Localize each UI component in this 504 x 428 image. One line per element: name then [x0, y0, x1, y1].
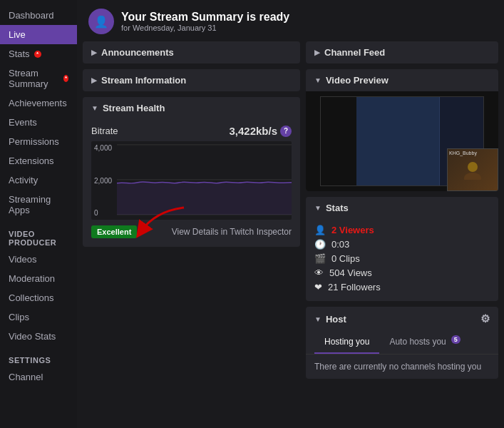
stats-header[interactable]: ▼ Stats [306, 197, 498, 219]
stream-health-body: Bitrate 3,422kb/s ? 4,000 2,000 0 [83, 119, 300, 247]
announcements-header[interactable]: ▶ Announcements [83, 41, 300, 63]
stream-information-label: Stream Information [101, 75, 186, 86]
stream-health-card: ▼ Stream Health Bitrate 3,422kb/s ? [83, 97, 300, 247]
sidebar-item-streaming-apps[interactable]: Streaming Apps [0, 190, 77, 220]
sidebar-item-label: Dashboard [9, 10, 54, 21]
sidebar-item-channel[interactable]: Channel [0, 367, 77, 387]
tab-hosting-you-label: Hosting you [324, 337, 369, 347]
sidebar-item-extensions[interactable]: Extensions [0, 151, 77, 170]
sidebar-item-label: Activity [9, 175, 38, 185]
stat-row-clips: 🎬 0 Clips [314, 253, 490, 264]
chevron-down-icon: ▼ [314, 204, 322, 212]
sidebar-item-permissions[interactable]: Permissions [0, 132, 77, 151]
host-tabs: Hosting you Auto hosts you 5 [306, 331, 498, 355]
chart-y-labels: 4,000 2,000 0 [91, 141, 112, 220]
video-preview-body: KHG_Bubby [306, 91, 498, 191]
sidebar-item-live[interactable]: Live [0, 25, 77, 44]
bitrate-row: Bitrate 3,422kb/s ? [91, 125, 292, 137]
stream-information-card: ▶ Stream Information [83, 69, 300, 91]
info-icon[interactable]: ? [280, 126, 292, 137]
stream-health-label: Stream Health [103, 103, 165, 113]
stats-badge: * [34, 51, 41, 58]
header-subtitle: for Wednesday, January 31 [121, 24, 289, 32]
auto-hosts-count-badge: 5 [451, 335, 461, 344]
host-label: Host [326, 314, 346, 325]
stat-row-followers: ❤ 21 Followers [314, 282, 490, 292]
y-label-mid: 2,000 [91, 177, 112, 185]
stream-summary-badge: * [63, 75, 68, 82]
video-preview-card: ▼ Video Preview [306, 69, 498, 191]
sidebar-item-moderation[interactable]: Moderation [0, 269, 77, 288]
sidebar-item-label: Extensions [9, 156, 54, 166]
avatar: 👤 [88, 9, 114, 34]
stats-label: Stats [326, 203, 349, 213]
host-header[interactable]: ▼ Host ⚙ [306, 307, 498, 331]
followers-value: 21 Followers [328, 282, 381, 292]
sidebar-item-videos[interactable]: Videos [0, 250, 77, 269]
avatar-initial: 👤 [94, 15, 108, 29]
sidebar-item-achievements[interactable]: Achievements [0, 93, 77, 113]
sidebar-item-events[interactable]: Events [0, 113, 77, 132]
sidebar-item-label: Stream Summary [9, 68, 59, 89]
chevron-right-icon: ▶ [314, 49, 320, 56]
y-label-bot: 0 [91, 209, 112, 217]
sidebar-item-stats[interactable]: Stats * [0, 44, 77, 63]
viewers-value: 2 Viewers [331, 225, 374, 235]
sidebar-item-label: Streaming Apps [9, 194, 68, 215]
chart-footer: Excellent View Details in Twitch Inspect… [91, 225, 292, 238]
sidebar: Dashboard Live Stats * Stream Summary * … [0, 0, 77, 428]
stat-row-time: 🕐 0:03 [314, 239, 490, 250]
tab-auto-hosts[interactable]: Auto hosts you 5 [379, 331, 461, 354]
no-channels-message: There are currently no channels hosting … [314, 362, 481, 372]
right-column: ▶ Channel Feed ▼ Video Preview [306, 41, 498, 379]
chevron-right-icon: ▶ [91, 49, 97, 56]
stat-row-viewers: 👤 2 Viewers [314, 225, 490, 235]
video-preview-header[interactable]: ▼ Video Preview [306, 69, 498, 91]
gear-icon[interactable]: ⚙ [480, 312, 490, 325]
sidebar-item-clips[interactable]: Clips [0, 307, 77, 327]
sidebar-section-video-producer: Video Producer [0, 220, 77, 250]
main-content: 👤 Your Stream Summary is ready for Wedne… [77, 0, 504, 428]
header-text: Your Stream Summary is ready for Wednesd… [121, 11, 289, 32]
sidebar-item-label: Clips [9, 312, 29, 322]
sidebar-item-label: Moderation [9, 273, 55, 284]
svg-point-5 [464, 173, 481, 180]
video-preview-label: Video Preview [326, 75, 389, 86]
page-header: 👤 Your Stream Summary is ready for Wedne… [77, 0, 504, 41]
channel-feed-label: Channel Feed [324, 47, 385, 58]
chevron-down-icon: ▼ [314, 315, 322, 323]
tab-auto-hosts-label: Auto hosts you [389, 337, 446, 347]
streamer-name: KHG_Bubby [449, 151, 477, 156]
channel-feed-header[interactable]: ▶ Channel Feed [306, 41, 498, 63]
sidebar-item-label: Videos [9, 254, 37, 265]
stat-row-views: 👁 504 Views [314, 268, 490, 278]
sidebar-item-activity[interactable]: Activity [0, 170, 77, 190]
sidebar-item-collections[interactable]: Collections [0, 288, 77, 307]
screen-sidebar-sim [321, 97, 356, 185]
left-column: ▶ Announcements ▶ Stream Information ▼ S… [83, 41, 300, 379]
clock-icon: 🕐 [314, 239, 326, 250]
sidebar-item-label: Stats [9, 49, 30, 59]
sidebar-item-stream-summary[interactable]: Stream Summary * [0, 63, 77, 93]
sidebar-item-dashboard[interactable]: Dashboard [0, 6, 77, 25]
sidebar-item-label: Achievements [9, 98, 67, 108]
sidebar-item-video-stats[interactable]: Video Stats [0, 327, 77, 346]
sidebar-item-label: Video Stats [9, 331, 56, 342]
host-body: Hosting you Auto hosts you 5 There are c… [306, 331, 498, 379]
content-columns: ▶ Announcements ▶ Stream Information ▼ S… [77, 41, 504, 384]
channel-feed-card: ▶ Channel Feed [306, 41, 498, 63]
svg-point-4 [468, 162, 478, 172]
bitrate-chart: 4,000 2,000 0 [91, 141, 292, 220]
sidebar-item-label: Permissions [9, 136, 59, 147]
stream-health-header[interactable]: ▼ Stream Health [83, 97, 300, 119]
clips-value: 0 Clips [331, 253, 360, 264]
stream-information-header[interactable]: ▶ Stream Information [83, 69, 300, 91]
sidebar-item-label: Collections [9, 292, 54, 303]
tab-hosting-you[interactable]: Hosting you [314, 331, 379, 354]
bitrate-number: 3,422kb/s [229, 125, 277, 137]
page-title: Your Stream Summary is ready [121, 11, 289, 24]
chevron-right-icon: ▶ [91, 76, 97, 84]
y-label-top: 4,000 [91, 144, 112, 152]
sidebar-item-label: Events [9, 117, 37, 128]
bitrate-label: Bitrate [91, 126, 118, 136]
